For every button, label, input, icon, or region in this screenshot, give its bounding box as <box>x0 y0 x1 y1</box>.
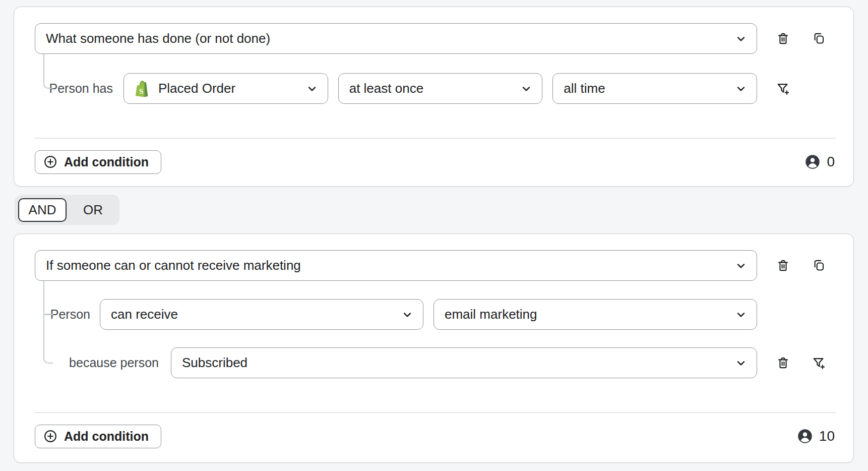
condition-type-select[interactable]: What someone has done (or not done) <box>35 23 757 54</box>
chevron-down-icon <box>734 32 748 45</box>
add-condition-button[interactable]: Add condition <box>35 150 161 174</box>
add-filter-button[interactable] <box>810 354 828 372</box>
condition-type-row: If someone can or cannot receive marketi… <box>35 250 835 281</box>
profile-count-group1: 0 <box>805 154 835 170</box>
reason-row: because person Subscribed <box>35 347 835 378</box>
chevron-down-icon <box>734 308 748 321</box>
divider <box>34 138 836 139</box>
add-condition-label: Add condition <box>64 155 149 169</box>
condition-type-row: What someone has done (or not done) <box>35 23 835 54</box>
plus-circle-icon <box>43 155 57 169</box>
profile-count-group2: 10 <box>797 428 835 444</box>
plus-circle-icon <box>43 429 57 443</box>
chevron-down-icon <box>734 259 748 272</box>
consent-row: Person can receive email marketing <box>35 299 835 330</box>
chevron-down-icon <box>734 357 748 370</box>
timeframe-select[interactable]: all time <box>552 73 757 104</box>
copy-icon <box>812 259 826 272</box>
condition-type-select[interactable]: If someone can or cannot receive marketi… <box>35 250 757 281</box>
icon-spacer <box>810 80 828 98</box>
reason-select[interactable]: Subscribed <box>171 347 757 378</box>
icon-spacer <box>810 306 828 324</box>
consent-value: can receive <box>111 307 401 322</box>
duplicate-condition-button[interactable] <box>810 30 828 48</box>
person-icon <box>797 429 813 444</box>
trash-icon <box>776 259 790 272</box>
profile-count-value: 10 <box>819 428 835 444</box>
consent-row-label: Person <box>35 307 100 322</box>
condition-row-label: Person has <box>35 81 123 96</box>
copy-icon <box>812 32 826 45</box>
person-icon <box>805 154 820 169</box>
reason-row-label: because person <box>35 356 171 370</box>
filter-plus-icon <box>812 356 826 370</box>
delete-row-button[interactable] <box>774 354 792 372</box>
add-filter-button[interactable] <box>774 80 792 98</box>
add-condition-label: Add condition <box>64 429 149 444</box>
svg-text:S: S <box>139 87 144 95</box>
frequency-value: at least once <box>349 81 520 96</box>
boolean-operator-toggle: AND OR <box>15 195 119 225</box>
channel-select[interactable]: email marketing <box>433 299 757 330</box>
chevron-down-icon <box>401 308 414 321</box>
event-value: Placed Order <box>158 81 305 96</box>
timeframe-value: all time <box>564 81 734 96</box>
chevron-down-icon <box>734 82 748 95</box>
condition-group-2: If someone can or cannot receive marketi… <box>14 233 854 463</box>
shopify-icon: S <box>135 80 150 97</box>
trash-icon <box>776 32 790 45</box>
channel-value: email marketing <box>445 307 734 322</box>
delete-condition-button[interactable] <box>774 30 792 48</box>
icon-spacer <box>774 306 792 324</box>
trash-icon <box>776 356 790 370</box>
condition-type-value: What someone has done (or not done) <box>46 31 734 46</box>
divider <box>34 412 836 413</box>
toggle-and-button[interactable]: AND <box>18 198 67 222</box>
condition-row: Person has S Placed Order <box>35 73 835 104</box>
condition-group-1: What someone has done (or not done) <box>14 7 854 187</box>
condition-type-value: If someone can or cannot receive marketi… <box>46 258 734 273</box>
profile-count-value: 0 <box>827 154 835 170</box>
filter-plus-icon <box>776 82 790 96</box>
toggle-or-button[interactable]: OR <box>67 198 119 222</box>
chevron-down-icon <box>520 82 533 95</box>
delete-condition-button[interactable] <box>774 257 792 275</box>
event-select[interactable]: S Placed Order <box>123 73 328 104</box>
consent-select[interactable]: can receive <box>100 299 423 330</box>
add-condition-button[interactable]: Add condition <box>35 425 161 448</box>
frequency-select[interactable]: at least once <box>338 73 543 104</box>
duplicate-condition-button[interactable] <box>810 257 828 275</box>
chevron-down-icon <box>305 82 319 95</box>
reason-value: Subscribed <box>182 355 734 371</box>
